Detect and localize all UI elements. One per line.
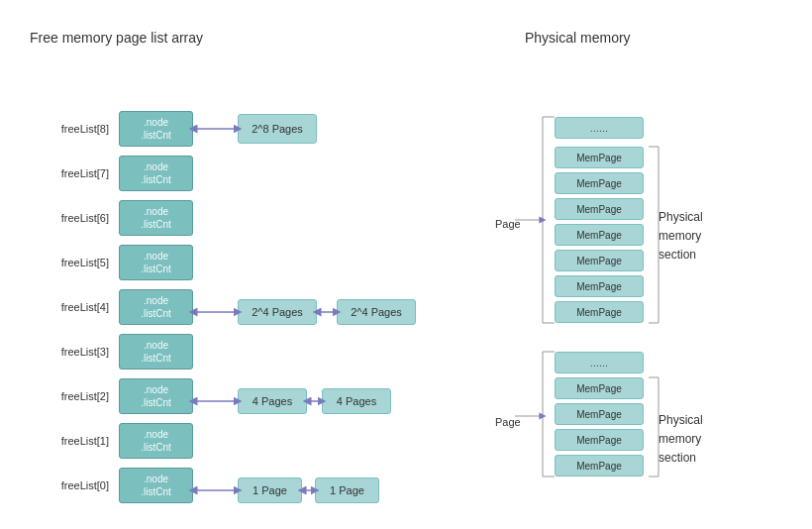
- page-box-0-1: 1 Page: [238, 477, 302, 503]
- page-label-group2: Page: [495, 416, 521, 428]
- page-box-4-2: 2^4 Pages: [337, 299, 416, 325]
- mempage-1-3: MemPage: [555, 198, 644, 220]
- mempage-1-1: MemPage: [555, 147, 644, 168]
- freelist-label-1: freeList[1]: [30, 435, 109, 447]
- node-box-7: .node.listCnt: [119, 156, 193, 191]
- dotted-text-1: ......: [590, 122, 608, 134]
- freelist-label-3: freeList[3]: [30, 346, 109, 358]
- page-box-2-2: 4 Pages: [322, 388, 391, 414]
- page-label-0-1: 1 Page: [253, 484, 287, 496]
- mempage-1-4: MemPage: [555, 224, 644, 246]
- phys-section-label-2: Physicalmemorysection: [659, 411, 703, 469]
- node-text-0: .node.listCnt: [141, 473, 171, 498]
- mempage-1-6: MemPage: [555, 275, 644, 297]
- freelist-label-4: freeList[4]: [30, 301, 109, 313]
- node-text-1: .node.listCnt: [141, 428, 171, 454]
- freelist-label-8: freeList[8]: [30, 123, 109, 135]
- freelist-label-0: freeList[0]: [30, 479, 109, 491]
- node-box-4: .node.listCnt: [119, 289, 193, 325]
- node-text-8: .node.listCnt: [141, 116, 171, 142]
- node-box-0: .node.listCnt: [119, 468, 193, 503]
- page-label-4-2: 2^4 Pages: [351, 306, 402, 318]
- node-box-6: .node.listCnt: [119, 200, 193, 236]
- right-title: Physical memory: [525, 30, 631, 46]
- diagram-container: Free memory page list array Physical mem…: [0, 0, 812, 529]
- mempage-1-7: MemPage: [555, 301, 644, 323]
- node-box-5: .node.listCnt: [119, 245, 193, 280]
- page-label-2-2: 4 Pages: [337, 395, 376, 407]
- node-text-5: .node.listCnt: [141, 250, 171, 275]
- node-text-2: .node.listCnt: [141, 383, 171, 409]
- freelist-label-6: freeList[6]: [30, 212, 109, 224]
- node-text-6: .node.listCnt: [141, 205, 171, 231]
- page-label-group1: Page: [495, 218, 521, 230]
- node-box-3: .node.listCnt: [119, 334, 193, 370]
- page-box-0-2: 1 Page: [315, 477, 379, 503]
- page-label-2-1: 4 Pages: [253, 395, 292, 407]
- node-box-8: .node.listCnt: [119, 111, 193, 147]
- mempage-2-2: MemPage: [555, 403, 644, 425]
- mempage-1-2: MemPage: [555, 172, 644, 194]
- page-label-4-1: 2^4 Pages: [252, 306, 303, 318]
- node-text-4: .node.listCnt: [141, 294, 171, 320]
- dotted-box-2: ......: [555, 352, 644, 373]
- page-label-8-1: 2^8 Pages: [252, 123, 303, 135]
- page-box-2-1: 4 Pages: [238, 388, 307, 414]
- freelist-label-5: freeList[5]: [30, 257, 109, 268]
- node-text-7: .node.listCnt: [141, 160, 171, 186]
- node-box-2: .node.listCnt: [119, 378, 193, 414]
- dotted-box-1: ......: [555, 117, 644, 139]
- page-label-0-2: 1 Page: [330, 484, 364, 496]
- mempage-2-1: MemPage: [555, 377, 644, 399]
- phys-section-label-1: Physicalmemorysection: [659, 208, 703, 265]
- mempage-1-5: MemPage: [555, 250, 644, 271]
- node-text-3: .node.listCnt: [141, 339, 171, 365]
- freelist-label-2: freeList[2]: [30, 390, 109, 402]
- mempage-2-4: MemPage: [555, 455, 644, 476]
- freelist-label-7: freeList[7]: [30, 167, 109, 179]
- left-title: Free memory page list array: [30, 30, 203, 46]
- node-box-1: .node.listCnt: [119, 423, 193, 459]
- mempage-2-3: MemPage: [555, 429, 644, 451]
- page-box-8-1: 2^8 Pages: [238, 114, 317, 144]
- page-box-4-1: 2^4 Pages: [238, 299, 317, 325]
- dotted-text-2: ......: [590, 357, 608, 369]
